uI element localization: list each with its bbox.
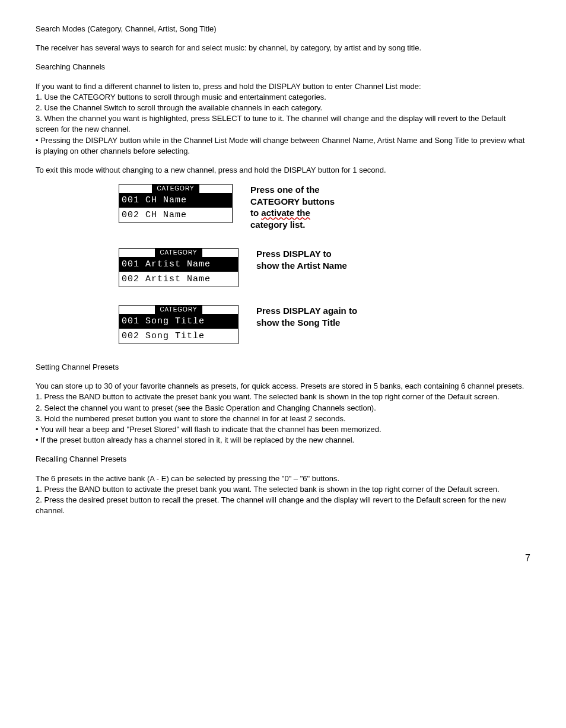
- instruction-line: • Pressing the DISPLAY button while in t…: [36, 135, 530, 157]
- caption-line: Press DISPLAY again to: [256, 306, 357, 316]
- lcd-tab-label: CATEGORY: [155, 306, 202, 314]
- caption-line: show the Song Title: [256, 317, 340, 328]
- lcd-row: 002 Artist Name: [119, 272, 238, 287]
- caption-squiggle-text: activate the: [261, 208, 310, 218]
- lcd-row-selected: 001 Artist Name: [119, 257, 238, 272]
- figure-caption: Press DISPLAY again to show the Song Tit…: [256, 305, 357, 328]
- instruction-line: 1. Press the BAND button to activate the…: [36, 392, 530, 402]
- caption-line: Press DISPLAY to: [256, 249, 332, 259]
- section-heading-search-modes: Search Modes (Category, Channel, Artist,…: [36, 24, 530, 34]
- instruction-line: 1. Use the CATEGORY buttons to scroll th…: [36, 92, 530, 103]
- figure-channel-list: CATEGORY 001 CH Name 002 CH Name Press o…: [36, 184, 530, 230]
- lcd-display-songs: CATEGORY 001 Song Title 002 Song Title: [119, 305, 239, 344]
- figure-artist-list: CATEGORY 001 Artist Name 002 Artist Name…: [36, 248, 530, 287]
- lcd-row-selected: 001 Song Title: [119, 314, 238, 329]
- caption-line: CATEGORY buttons: [250, 196, 335, 206]
- instruction-line: 3. Hold the numbered preset button you w…: [36, 414, 530, 424]
- instruction-line: 1. Press the BAND button to activate the…: [36, 484, 530, 495]
- lcd-row: 002 Song Title: [119, 329, 238, 344]
- caption-line: show the Artist Name: [256, 260, 347, 271]
- lcd-row-selected: 001 CH Name: [119, 193, 232, 208]
- instruction-line: • If the preset button already has a cha…: [36, 435, 530, 446]
- instruction-line: 2. Select the channel you want to preset…: [36, 403, 530, 414]
- page-number: 7: [36, 552, 530, 565]
- caption-line: Press one of the: [250, 185, 320, 195]
- section-heading-recalling-presets: Recalling Channel Presets: [36, 454, 530, 465]
- section-heading-setting-presets: Setting Channel Presets: [36, 362, 530, 373]
- instruction-line: If you want to find a different channel …: [36, 81, 530, 92]
- lcd-tab-label: CATEGORY: [155, 249, 202, 257]
- instruction-line: 2. Press the desired preset button to re…: [36, 495, 530, 516]
- lcd-tab-label: CATEGORY: [152, 185, 199, 193]
- instruction-line: 2. Use the Channel Switch to scroll thro…: [36, 103, 530, 113]
- figure-song-list: CATEGORY 001 Song Title 002 Song Title P…: [36, 305, 530, 344]
- instruction-line: 3. When the channel you want is highligh…: [36, 113, 530, 135]
- instruction-line: You can store up to 30 of your favorite …: [36, 381, 530, 392]
- instruction-line: To exit this mode without changing to a …: [36, 165, 530, 176]
- caption-line: category list.: [250, 220, 306, 230]
- intro-paragraph: The receiver has several ways to search …: [36, 43, 530, 53]
- lcd-row: 002 CH Name: [119, 208, 232, 222]
- instruction-line: • You will hear a beep and "Preset Store…: [36, 424, 530, 435]
- lcd-display-channels: CATEGORY 001 CH Name 002 CH Name: [119, 184, 233, 223]
- figure-caption: Press DISPLAY to show the Artist Name: [256, 248, 347, 271]
- lcd-display-artists: CATEGORY 001 Artist Name 002 Artist Name: [119, 248, 239, 287]
- instruction-line: The 6 presets in the active bank (A - E)…: [36, 473, 530, 484]
- caption-line-part: to: [250, 208, 261, 218]
- section-heading-searching-channels: Searching Channels: [36, 62, 530, 72]
- figure-caption: Press one of the CATEGORY buttons to act…: [250, 184, 335, 230]
